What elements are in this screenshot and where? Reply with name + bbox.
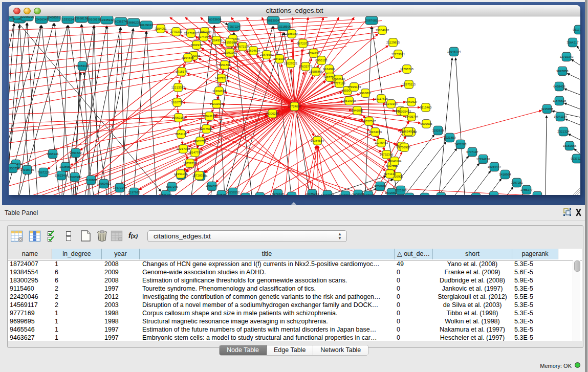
svg-text:2785277: 2785277 bbox=[520, 188, 533, 191]
svg-text:1533224: 1533224 bbox=[62, 18, 74, 21]
svg-text:13191175: 13191175 bbox=[174, 172, 188, 176]
svg-text:4374754: 4374754 bbox=[198, 35, 210, 38]
svg-text:13823498: 13823498 bbox=[55, 174, 69, 177]
svg-text:5672073: 5672073 bbox=[297, 42, 309, 45]
svg-text:19293261: 19293261 bbox=[223, 51, 237, 54]
svg-text:4684531: 4684531 bbox=[206, 185, 218, 188]
svg-text:14443951: 14443951 bbox=[321, 193, 335, 195]
svg-text:16033809: 16033809 bbox=[208, 18, 222, 21]
svg-text:12213383: 12213383 bbox=[171, 86, 185, 89]
svg-text:6279418: 6279418 bbox=[272, 192, 284, 195]
svg-text:14159166: 14159166 bbox=[223, 41, 237, 44]
svg-text:7700828: 7700828 bbox=[374, 185, 386, 188]
svg-text:7693979: 7693979 bbox=[190, 43, 203, 47]
svg-text:7357224: 7357224 bbox=[228, 25, 240, 28]
svg-text:1192619: 1192619 bbox=[432, 129, 445, 132]
svg-text:11876828: 11876828 bbox=[553, 99, 567, 102]
svg-text:2921859: 2921859 bbox=[444, 136, 456, 139]
svg-text:20100198: 20100198 bbox=[88, 18, 101, 21]
svg-text:10538552: 10538552 bbox=[226, 191, 240, 194]
svg-text:17294150: 17294150 bbox=[476, 158, 490, 161]
svg-text:10527021: 10527021 bbox=[284, 62, 298, 65]
svg-text:9756928: 9756928 bbox=[398, 146, 410, 149]
svg-text:18519948: 18519948 bbox=[342, 99, 356, 102]
svg-text:2651177: 2651177 bbox=[176, 133, 188, 136]
svg-text:2197935: 2197935 bbox=[128, 191, 140, 194]
svg-text:4841005: 4841005 bbox=[273, 57, 286, 60]
svg-text:19304682: 19304682 bbox=[376, 29, 389, 32]
svg-text:1610755: 1610755 bbox=[171, 101, 183, 104]
svg-text:7120868: 7120868 bbox=[85, 179, 97, 182]
svg-text:14673212: 14673212 bbox=[215, 77, 229, 80]
svg-text:6007072: 6007072 bbox=[531, 194, 543, 195]
svg-text:15960453: 15960453 bbox=[97, 182, 111, 185]
svg-text:2694522: 2694522 bbox=[70, 151, 82, 155]
svg-text:22217396: 22217396 bbox=[177, 147, 190, 150]
svg-text:18724007: 18724007 bbox=[288, 105, 301, 108]
svg-text:11375453: 11375453 bbox=[375, 141, 388, 144]
svg-text:15672134: 15672134 bbox=[236, 45, 250, 48]
svg-text:17606962: 17606962 bbox=[68, 176, 82, 179]
svg-text:12710343: 12710343 bbox=[560, 55, 574, 58]
svg-text:9910817: 9910817 bbox=[359, 92, 372, 95]
svg-text:3215958: 3215958 bbox=[541, 107, 553, 111]
svg-text:9777169: 9777169 bbox=[333, 82, 345, 85]
svg-text:19557567: 19557567 bbox=[362, 120, 376, 123]
svg-text:3997281: 3997281 bbox=[511, 181, 523, 184]
svg-text:8187926: 8187926 bbox=[362, 194, 375, 195]
svg-text:3871230: 3871230 bbox=[160, 193, 172, 195]
svg-text:8038374: 8038374 bbox=[115, 20, 127, 23]
svg-text:5476583: 5476583 bbox=[454, 143, 467, 146]
svg-text:1247595: 1247595 bbox=[200, 127, 212, 130]
svg-text:2087682: 2087682 bbox=[365, 19, 378, 22]
svg-text:16640184: 16640184 bbox=[388, 160, 402, 163]
svg-text:20053346: 20053346 bbox=[76, 64, 90, 68]
svg-text:9517169: 9517169 bbox=[573, 28, 580, 31]
svg-text:13668136: 13668136 bbox=[75, 17, 89, 20]
svg-text:6438436: 6438436 bbox=[553, 85, 565, 88]
svg-text:17852574: 17852574 bbox=[487, 194, 501, 195]
svg-text:2321324: 2321324 bbox=[557, 130, 570, 133]
svg-text:20941175: 20941175 bbox=[203, 115, 216, 118]
svg-text:7264956: 7264956 bbox=[210, 39, 223, 42]
svg-text:12253031: 12253031 bbox=[391, 53, 405, 56]
svg-text:8930103: 8930103 bbox=[315, 59, 328, 62]
svg-text:19384554: 19384554 bbox=[311, 139, 324, 142]
svg-text:22355936: 22355936 bbox=[20, 16, 34, 18]
svg-text:22426342: 22426342 bbox=[35, 18, 49, 21]
svg-text:16350753: 16350753 bbox=[9, 167, 20, 170]
svg-text:20963163: 20963163 bbox=[172, 116, 186, 119]
svg-text:14041154: 14041154 bbox=[554, 115, 568, 118]
svg-text:21875600: 21875600 bbox=[260, 53, 274, 56]
svg-text:3564217: 3564217 bbox=[567, 41, 579, 44]
svg-text:5418934: 5418934 bbox=[499, 173, 511, 176]
svg-text:5107245: 5107245 bbox=[166, 185, 178, 188]
svg-text:13694634: 13694634 bbox=[247, 49, 260, 52]
svg-text:19886237: 19886237 bbox=[127, 21, 141, 24]
svg-text:13117625: 13117625 bbox=[375, 97, 388, 100]
svg-text:3770370: 3770370 bbox=[170, 30, 182, 33]
svg-text:14918715: 14918715 bbox=[20, 168, 34, 171]
svg-text:10025433: 10025433 bbox=[398, 110, 411, 113]
svg-text:11140194: 11140194 bbox=[384, 102, 398, 105]
svg-text:8813054: 8813054 bbox=[267, 19, 279, 22]
svg-text:18300295: 18300295 bbox=[266, 112, 279, 115]
svg-text:9463627: 9463627 bbox=[405, 100, 418, 103]
svg-text:20785264: 20785264 bbox=[306, 192, 319, 195]
svg-text:17999183: 17999183 bbox=[347, 85, 361, 89]
svg-text:12975115: 12975115 bbox=[402, 83, 416, 86]
svg-text:21686866: 21686866 bbox=[309, 70, 323, 73]
svg-text:3351868: 3351868 bbox=[219, 63, 231, 67]
svg-text:16648784: 16648784 bbox=[447, 50, 461, 53]
svg-text:7067228: 7067228 bbox=[37, 171, 50, 174]
svg-text:2458591: 2458591 bbox=[48, 16, 60, 19]
svg-text:14479144: 14479144 bbox=[113, 186, 127, 189]
svg-text:2718176: 2718176 bbox=[176, 70, 188, 73]
svg-text:17633773: 17633773 bbox=[299, 65, 313, 68]
svg-text:19654923: 19654923 bbox=[402, 130, 416, 133]
svg-text:11264748: 11264748 bbox=[212, 90, 226, 93]
svg-text:20176957: 20176957 bbox=[184, 32, 198, 35]
svg-text:4594297: 4594297 bbox=[308, 52, 320, 55]
svg-text:9897858: 9897858 bbox=[556, 70, 569, 73]
svg-text:19232926: 19232926 bbox=[210, 102, 224, 105]
